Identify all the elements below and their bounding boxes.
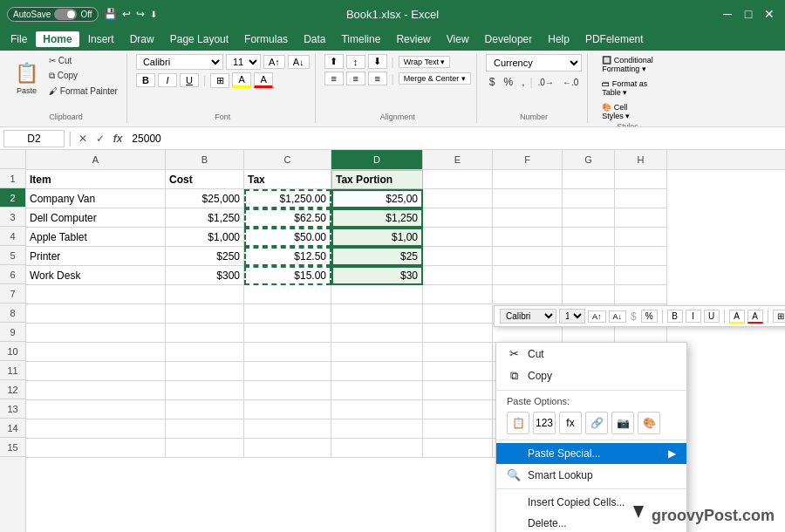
menu-file[interactable]: File	[3, 31, 34, 47]
autosave-badge[interactable]: AutoSave Off	[7, 7, 99, 22]
menu-insert[interactable]: Insert	[81, 31, 121, 47]
cell-e12[interactable]	[423, 381, 493, 400]
customize-icon[interactable]: ⬇	[150, 10, 157, 19]
cell-g1[interactable]	[563, 170, 615, 189]
cell-f3[interactable]	[493, 208, 563, 228]
cell-d9[interactable]	[331, 324, 423, 343]
row-header-13[interactable]: 13	[0, 399, 25, 419]
paste-icon-format[interactable]: 🎨	[638, 412, 660, 434]
cell-a11[interactable]	[26, 362, 166, 381]
minimize-button[interactable]: ─	[719, 5, 736, 23]
mini-font-color-button[interactable]: A	[747, 310, 763, 324]
cell-c11[interactable]	[244, 362, 331, 381]
cell-d14[interactable]	[331, 419, 423, 439]
menu-developer[interactable]: Developer	[478, 31, 540, 47]
cell-a2[interactable]: Company Van	[26, 189, 166, 208]
cell-c9[interactable]	[244, 324, 331, 343]
cell-e1[interactable]	[423, 170, 493, 189]
menu-formulas[interactable]: Formulas	[237, 31, 295, 47]
cell-d3[interactable]: $1,250	[331, 208, 423, 228]
row-header-10[interactable]: 10	[0, 342, 25, 361]
cell-c7[interactable]	[244, 285, 331, 304]
menu-review[interactable]: Review	[389, 31, 437, 47]
autosave-toggle[interactable]	[54, 9, 77, 20]
cell-a10[interactable]	[26, 343, 166, 362]
cell-g5[interactable]	[563, 247, 615, 266]
cell-a8[interactable]	[26, 304, 166, 324]
row-header-11[interactable]: 11	[0, 361, 25, 380]
mini-shrink-button[interactable]: A↓	[609, 310, 627, 323]
copy-button[interactable]: ⧉ Copy	[45, 69, 121, 83]
insert-function-button[interactable]: fx	[111, 133, 126, 145]
cell-c5[interactable]: $12.50	[244, 247, 331, 266]
paste-special-menu-item[interactable]: Paste Special... ▶	[496, 443, 686, 464]
cell-d11[interactable]	[331, 362, 423, 381]
cell-d10[interactable]	[331, 343, 423, 362]
col-header-d[interactable]: D	[331, 150, 423, 169]
cell-c13[interactable]	[244, 400, 331, 419]
menu-view[interactable]: View	[440, 31, 476, 47]
menu-help[interactable]: Help	[541, 31, 577, 47]
row-header-7[interactable]: 7	[0, 284, 25, 304]
cell-e6[interactable]	[423, 266, 493, 285]
fill-color-button[interactable]: A	[232, 72, 251, 88]
paste-icon-123[interactable]: 123	[533, 412, 556, 434]
mini-borders-button[interactable]: ⊞	[773, 310, 785, 323]
cell-c3[interactable]: $62.50	[244, 208, 331, 228]
cell-g4[interactable]	[563, 228, 615, 247]
cell-f1[interactable]	[493, 170, 563, 189]
redo-icon[interactable]: ↪	[136, 8, 145, 20]
cut-button[interactable]: ✂ Cut	[45, 54, 121, 67]
row-header-15[interactable]: 15	[0, 438, 25, 457]
cell-a13[interactable]	[26, 400, 166, 419]
menu-pdfelement[interactable]: PDFelement	[578, 31, 651, 47]
cell-e10[interactable]	[423, 343, 493, 362]
menu-draw[interactable]: Draw	[123, 31, 161, 47]
cell-d2[interactable]: $25,00	[331, 189, 423, 208]
insert-copied-menu-item[interactable]: Insert Copied Cells...	[496, 492, 686, 513]
row-header-8[interactable]: 8	[0, 304, 25, 323]
cell-e15[interactable]	[423, 439, 493, 458]
row-header-5[interactable]: 5	[0, 246, 25, 265]
cell-g6[interactable]	[563, 266, 615, 285]
menu-home[interactable]: Home	[36, 31, 78, 47]
delete-menu-item[interactable]: Delete...	[496, 513, 686, 532]
number-format-select[interactable]: Currency General Number Percentage Accou…	[486, 54, 582, 72]
cell-h7[interactable]	[615, 285, 667, 304]
smart-lookup-menu-item[interactable]: 🔍 Smart Lookup	[496, 464, 686, 486]
percent-button[interactable]: %	[500, 75, 516, 89]
cell-b2[interactable]: $25,000	[166, 189, 244, 208]
cell-g3[interactable]	[563, 208, 615, 228]
paste-icon-fx[interactable]: fx	[559, 412, 582, 434]
cell-f7[interactable]	[493, 285, 563, 304]
cell-f5[interactable]	[493, 247, 563, 266]
cell-b8[interactable]	[166, 304, 244, 324]
cell-e4[interactable]	[423, 228, 493, 247]
col-header-f[interactable]: F	[493, 150, 563, 169]
cell-b13[interactable]	[166, 400, 244, 419]
paste-button[interactable]: 📋 Paste	[10, 54, 43, 103]
cell-d4[interactable]: $1,00	[331, 228, 423, 247]
cell-b1[interactable]: Cost	[166, 170, 244, 189]
cell-e14[interactable]	[423, 419, 493, 439]
cell-e13[interactable]	[423, 400, 493, 419]
cut-menu-item[interactable]: ✂ Cut	[496, 343, 686, 365]
cell-b11[interactable]	[166, 362, 244, 381]
cell-e2[interactable]	[423, 189, 493, 208]
font-name-select[interactable]: Calibri	[136, 54, 223, 70]
align-middle-button[interactable]: ↕	[346, 55, 365, 69]
cell-b5[interactable]: $250	[166, 247, 244, 266]
paste-icon-clipboard[interactable]: 📋	[507, 412, 529, 434]
cell-e11[interactable]	[423, 362, 493, 381]
cell-e9[interactable]	[423, 324, 493, 343]
row-header-6[interactable]: 6	[0, 265, 25, 284]
italic-button[interactable]: I	[158, 73, 177, 87]
maximize-button[interactable]: □	[740, 5, 757, 23]
col-header-h[interactable]: H	[615, 150, 667, 169]
merge-center-button[interactable]: Merge & Center ▾	[399, 72, 471, 85]
cell-c12[interactable]	[244, 381, 331, 400]
col-header-g[interactable]: G	[563, 150, 615, 169]
cell-d6[interactable]: $30	[331, 266, 423, 285]
cell-c8[interactable]	[244, 304, 331, 324]
align-center-button[interactable]: ≡	[346, 72, 365, 85]
